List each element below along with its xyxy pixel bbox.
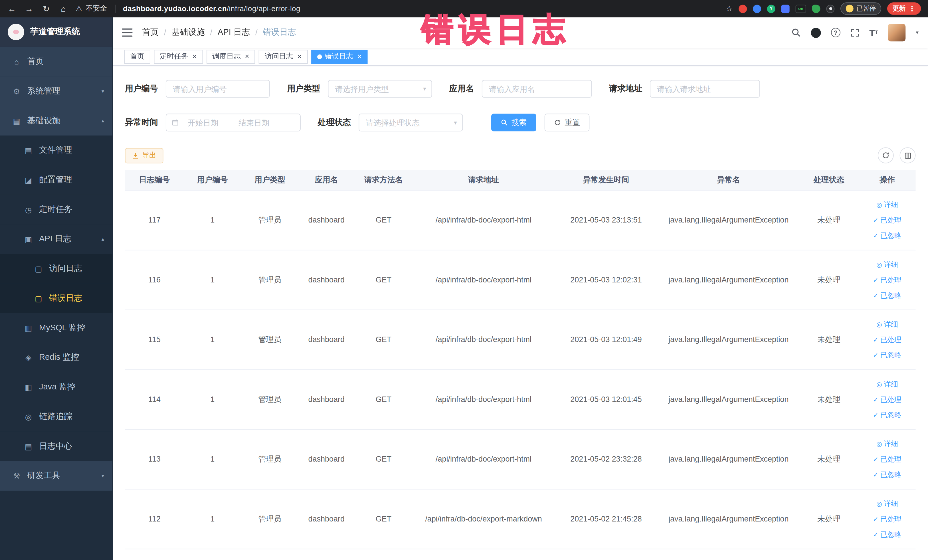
sidebar-item-java-monitor[interactable]: ◧ Java 监控 — [0, 372, 112, 402]
doc-icon: ▢ — [34, 294, 43, 303]
avatar[interactable] — [888, 24, 906, 41]
cell-method: GET — [354, 250, 413, 310]
browser-menu-icon[interactable]: ⋮ — [908, 5, 916, 13]
cell-exception-name: java.lang.IllegalArgumentException — [658, 429, 799, 489]
breadcrumb-separator: / — [210, 28, 212, 37]
address-bar[interactable]: dashboard.yudao.iocoder.cn/infra/log/api… — [123, 5, 301, 13]
logo[interactable]: 芋道管理系统 — [0, 17, 112, 47]
sidebar-item-file-mgmt[interactable]: ▤ 文件管理 — [0, 136, 112, 165]
table-row: 113 1 管理员 dashboard GET /api/infra/db-do… — [125, 429, 916, 489]
tab-close-icon[interactable]: × — [245, 53, 249, 61]
extension-grid-icon[interactable] — [781, 5, 790, 13]
sidebar-item-scheduled-tasks[interactable]: ◷ 定时任务 — [0, 195, 112, 224]
eye-icon: ◎ — [876, 320, 882, 328]
check-icon: ✓ — [873, 232, 878, 239]
sidebar-item-infra[interactable]: ▦ 基础设施 ▴ — [0, 106, 112, 136]
column-header: 应用名 — [299, 170, 354, 190]
bookmark-star-icon[interactable]: ☆ — [726, 4, 733, 13]
breadcrumb-item[interactable]: 首页 — [142, 27, 159, 38]
check-icon: ✓ — [873, 351, 878, 358]
home-icon[interactable]: ⌂ — [58, 4, 68, 13]
refresh-button[interactable] — [878, 148, 894, 163]
search-button[interactable]: 搜索 — [491, 113, 536, 131]
extension-on-icon[interactable]: on — [795, 5, 806, 13]
detail-link[interactable]: ◎详细 — [859, 496, 916, 511]
column-header: 操作 — [859, 170, 916, 190]
export-button[interactable]: 导出 — [125, 148, 163, 163]
font-size-icon[interactable]: TT — [869, 28, 878, 37]
date-range-picker[interactable]: - — [166, 113, 301, 131]
help-icon[interactable]: ? — [831, 28, 840, 37]
reload-icon[interactable]: ↻ — [41, 4, 51, 13]
sidebar-item-home[interactable]: ⌂ 首页 — [0, 47, 112, 76]
ignored-link[interactable]: ✓已忽略 — [859, 347, 916, 363]
end-date-input[interactable] — [231, 118, 276, 127]
app-name-input[interactable] — [482, 80, 592, 98]
tab-close-icon[interactable]: × — [357, 53, 362, 61]
processed-link[interactable]: ✓已处理 — [859, 511, 916, 526]
filter-exception-time: 异常时间 - — [125, 113, 301, 131]
breadcrumb-item[interactable]: 基础设施 — [171, 27, 205, 38]
chevron-down-icon[interactable]: ▾ — [916, 30, 919, 36]
search-icon[interactable] — [791, 28, 800, 37]
tab[interactable]: 调度日志 × — [206, 49, 255, 64]
detail-link[interactable]: ◎详细 — [859, 197, 916, 212]
process-status-select[interactable] — [359, 113, 463, 131]
back-icon[interactable]: ← — [7, 4, 17, 13]
start-date-input[interactable] — [180, 118, 226, 127]
sidebar-item-mysql-monitor[interactable]: ▥ MySQL 监控 — [0, 313, 112, 343]
extension-blue-icon[interactable] — [753, 5, 761, 13]
paused-badge[interactable]: 已暂停 — [840, 2, 881, 15]
sidebar-item-dev-tools[interactable]: ⚒ 研发工具 ▾ — [0, 461, 112, 491]
sidebar-item-log-center[interactable]: ▤ 日志中心 — [0, 431, 112, 461]
tab[interactable]: 首页 — [124, 49, 150, 64]
detail-link[interactable]: ◎详细 — [859, 376, 916, 391]
sidebar-item-error-logs[interactable]: ▢ 错误日志 — [0, 284, 112, 313]
tab-close-icon[interactable]: × — [297, 53, 302, 61]
extension-leaf-icon[interactable] — [812, 5, 820, 13]
cell-exception-time: 2021-05-03 12:01:45 — [554, 369, 658, 429]
ignored-link[interactable]: ✓已忽略 — [859, 287, 916, 303]
sidebar-item-system[interactable]: ⚙ 系统管理 ▾ — [0, 76, 112, 106]
sidebar-item-api-logs[interactable]: ▣ API 日志 ▴ — [0, 224, 112, 254]
processed-link[interactable]: ✓已处理 — [859, 272, 916, 287]
sidebar-item-tracing[interactable]: ◎ 链路追踪 — [0, 402, 112, 432]
sidebar-item-label: 研发工具 — [27, 470, 96, 481]
ignored-link[interactable]: ✓已忽略 — [859, 526, 916, 542]
github-icon[interactable] — [811, 27, 821, 37]
extension-green-y-icon[interactable]: Y — [767, 5, 775, 13]
navbar-tools: ? TT ▾ — [791, 24, 918, 41]
tab-close-icon[interactable]: × — [192, 53, 197, 61]
user-type-select[interactable] — [328, 80, 432, 98]
processed-link[interactable]: ✓已处理 — [859, 332, 916, 347]
hamburger-icon[interactable] — [122, 29, 132, 37]
security-indicator[interactable]: ⚠ 不安全 — [76, 3, 107, 14]
processed-link[interactable]: ✓已处理 — [859, 451, 916, 467]
fullscreen-icon[interactable] — [850, 28, 859, 37]
column-settings-button[interactable] — [900, 148, 916, 163]
ignored-link[interactable]: ✓已忽略 — [859, 407, 916, 422]
ignored-link[interactable]: ✓已忽略 — [859, 227, 916, 243]
forward-icon[interactable]: → — [24, 4, 34, 13]
request-url-input[interactable] — [650, 80, 760, 98]
tab[interactable]: 错误日志 × — [311, 49, 368, 64]
ignored-link[interactable]: ✓已忽略 — [859, 467, 916, 482]
processed-link[interactable]: ✓已处理 — [859, 391, 916, 407]
detail-link[interactable]: ◎详细 — [859, 436, 916, 451]
extension-pin-icon[interactable] — [826, 5, 835, 13]
reset-button[interactable]: 重置 — [545, 113, 590, 131]
breadcrumb-item[interactable]: API 日志 — [218, 27, 250, 38]
sidebar-item-access-logs[interactable]: ▢ 访问日志 — [0, 254, 112, 284]
tab[interactable]: 访问日志 × — [259, 49, 308, 64]
tab[interactable]: 定时任务 × — [154, 49, 203, 64]
toolbar-right — [878, 148, 916, 163]
detail-link[interactable]: ◎详细 — [859, 256, 916, 272]
eye-icon: ◎ — [876, 261, 882, 268]
extension-red-icon[interactable] — [739, 5, 747, 13]
update-button[interactable]: 更新 ⋮ — [887, 2, 921, 15]
detail-link[interactable]: ◎详细 — [859, 316, 916, 332]
user-id-input[interactable] — [166, 80, 270, 98]
sidebar-item-redis-monitor[interactable]: ◈ Redis 监控 — [0, 343, 112, 372]
processed-link[interactable]: ✓已处理 — [859, 212, 916, 227]
sidebar-item-config-mgmt[interactable]: ◪ 配置管理 — [0, 165, 112, 195]
